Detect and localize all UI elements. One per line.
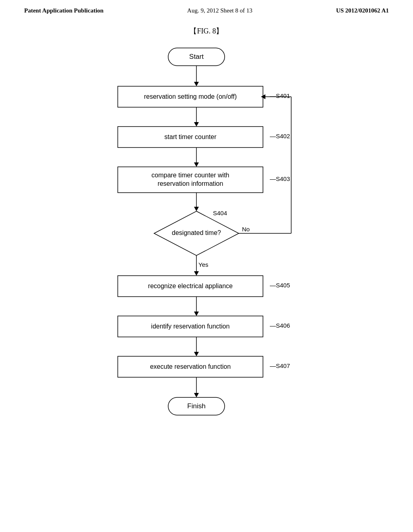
fig-title: 【FIG. 8】 bbox=[0, 26, 413, 36]
svg-marker-7 bbox=[194, 122, 199, 127]
svg-text:—S402: —S402 bbox=[270, 133, 290, 139]
header-right: US 2012/0201062 A1 bbox=[336, 7, 389, 14]
svg-marker-35 bbox=[194, 352, 199, 356]
svg-rect-13 bbox=[118, 167, 263, 193]
svg-marker-30 bbox=[194, 312, 199, 316]
svg-text:—S406: —S406 bbox=[270, 322, 290, 329]
svg-text:Yes: Yes bbox=[198, 261, 208, 268]
svg-text:reservation setting mode (on/o: reservation setting mode (on/off) bbox=[144, 93, 237, 100]
header: Patent Application Publication Aug. 9, 2… bbox=[0, 0, 413, 14]
svg-text:S404: S404 bbox=[213, 210, 227, 216]
svg-text:execute reservation function: execute reservation function bbox=[150, 363, 231, 370]
svg-marker-12 bbox=[194, 162, 199, 167]
svg-marker-40 bbox=[194, 393, 199, 397]
svg-text:reservation information: reservation information bbox=[158, 180, 223, 187]
svg-text:—S403: —S403 bbox=[270, 175, 290, 182]
header-center: Aug. 9, 2012 Sheet 8 of 13 bbox=[187, 7, 252, 14]
svg-marker-18 bbox=[194, 207, 199, 211]
svg-text:—S401: —S401 bbox=[270, 92, 290, 99]
svg-text:start timer counter: start timer counter bbox=[165, 133, 217, 140]
svg-text:designated time?: designated time? bbox=[172, 229, 221, 236]
flowchart-diagram: Start reservation setting mode (on/off) … bbox=[65, 40, 348, 503]
svg-text:compare timer counter with: compare timer counter with bbox=[152, 172, 229, 179]
svg-text:No: No bbox=[242, 226, 250, 233]
svg-text:—S407: —S407 bbox=[270, 362, 290, 369]
start-label: Start bbox=[189, 53, 204, 60]
svg-marker-25 bbox=[194, 271, 199, 276]
header-left: Patent Application Publication bbox=[24, 7, 104, 14]
svg-text:—S405: —S405 bbox=[270, 282, 290, 289]
svg-text:identify reservation function: identify reservation function bbox=[151, 323, 230, 330]
svg-marker-2 bbox=[194, 82, 199, 86]
svg-text:recognize electrical appliance: recognize electrical appliance bbox=[148, 283, 233, 289]
svg-text:Finish: Finish bbox=[187, 402, 205, 410]
